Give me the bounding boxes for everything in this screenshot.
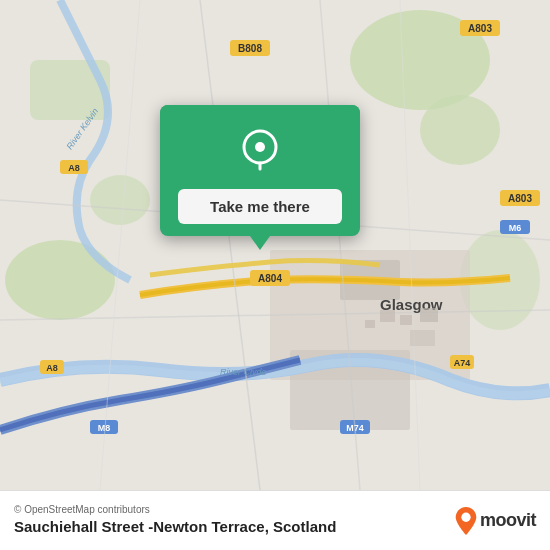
svg-text:M8: M8 (98, 423, 111, 433)
bottom-bar: © OpenStreetMap contributors Sauchiehall… (0, 490, 550, 550)
map-svg: A804 B808 A803 A803 M6 M74 A8 M8 A74 A8 … (0, 0, 550, 490)
moovit-logo: moovit (455, 507, 536, 535)
navigation-popup: Take me there (160, 105, 360, 236)
svg-point-47 (461, 512, 470, 521)
svg-rect-40 (400, 315, 412, 325)
svg-text:A803: A803 (508, 193, 532, 204)
svg-rect-41 (365, 320, 375, 328)
svg-text:A804: A804 (258, 273, 282, 284)
moovit-pin-icon (455, 507, 477, 535)
map-view[interactable]: A804 B808 A803 A803 M6 M74 A8 M8 A74 A8 … (0, 0, 550, 490)
svg-point-45 (255, 142, 265, 152)
svg-point-4 (90, 175, 150, 225)
svg-text:M6: M6 (509, 223, 522, 233)
popup-icon-area (160, 105, 360, 187)
svg-text:River Clyde: River Clyde (220, 367, 267, 377)
moovit-text: moovit (480, 510, 536, 531)
svg-rect-43 (410, 330, 435, 346)
svg-rect-42 (420, 308, 438, 322)
svg-text:A803: A803 (468, 23, 492, 34)
svg-rect-39 (380, 310, 395, 322)
svg-text:A8: A8 (68, 163, 80, 173)
svg-point-3 (5, 240, 115, 320)
svg-text:A8: A8 (46, 363, 58, 373)
location-pin-icon (238, 127, 282, 171)
svg-text:A74: A74 (454, 358, 471, 368)
take-me-there-button[interactable]: Take me there (178, 189, 342, 224)
svg-point-2 (420, 95, 500, 165)
svg-text:B808: B808 (238, 43, 262, 54)
